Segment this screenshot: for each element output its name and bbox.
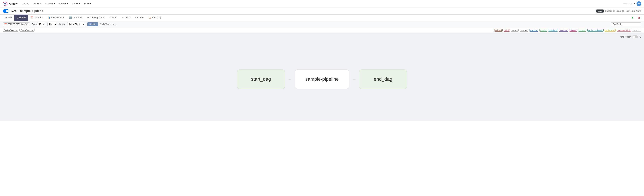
task-tries-icon: 🔄: [69, 16, 72, 19]
tabs-right-actions: ▶ 🗑: [630, 15, 641, 20]
grid-icon: ⊞: [5, 16, 7, 19]
status-no_status[interactable]: no_status: [632, 29, 641, 31]
status-up_for_reschedule[interactable]: up_for_reschedule: [588, 29, 604, 31]
auto-refresh-bar: Auto-refresh ↻: [3, 35, 641, 38]
tab-details[interactable]: ⚠ Details: [119, 14, 133, 21]
runs-select-group: Runs 25: [32, 22, 45, 26]
status-up_for_retry[interactable]: up_for_retry: [604, 29, 616, 31]
dag-controls-right: None Schedule: None i Next Run: None: [596, 9, 641, 12]
status-shutdown[interactable]: shutdown: [559, 29, 568, 31]
nav-right: 13:00 UTC ▾ AA: [622, 1, 641, 6]
tags-row: DockerOperator EmptyOperator deferredfai…: [0, 28, 644, 33]
arrow-1: →: [288, 77, 292, 82]
no-runs-message: No DAG runs yet.: [100, 23, 116, 25]
status-restarting[interactable]: restarting: [529, 29, 538, 31]
code-icon: <>: [136, 16, 138, 19]
status-failed[interactable]: failed: [504, 29, 510, 31]
navbar-brand-text: Airflow: [9, 2, 18, 5]
tab-landing-times[interactable]: ✈ Landing Times: [85, 14, 107, 21]
none-badge[interactable]: None: [596, 9, 604, 12]
tabs-bar: ⊞ Grid ⬡ Graph 📅 Calendar 📊 Task Duratio…: [0, 14, 644, 21]
tab-code[interactable]: <> Code: [133, 14, 146, 21]
tab-graph[interactable]: ⬡ Graph: [14, 14, 28, 21]
schedule-label: Schedule: None i: [605, 10, 624, 12]
chevron-down-icon: ▾: [54, 2, 55, 5]
nav-admin[interactable]: Admin ▾: [70, 2, 82, 5]
node-end-dag[interactable]: end_dag: [359, 70, 407, 89]
runs-label: Runs: [32, 23, 36, 25]
next-run-label: Next Run: None: [626, 10, 642, 12]
navbar: Airflow DAGs Datasets Security ▾ Browse …: [0, 0, 644, 7]
landing-times-icon: ✈: [87, 16, 89, 19]
date-input[interactable]: [8, 23, 28, 25]
tab-grid[interactable]: ⊞ Grid: [3, 14, 14, 21]
tab-gantt[interactable]: ≡ Gantt: [106, 14, 119, 21]
nav-security[interactable]: Security ▾: [44, 2, 57, 5]
tab-task-tries[interactable]: 🔄 Task Tries: [67, 14, 85, 21]
calendar-icon: 📅: [4, 23, 7, 25]
chevron-down-icon: ▾: [79, 2, 80, 5]
status-legend: deferredfailedqueuedremovedrestartingrun…: [494, 29, 641, 31]
tab-calendar[interactable]: 📅 Calendar: [28, 14, 45, 21]
dag-name: sample-pipeline: [20, 9, 43, 13]
status-skipped[interactable]: skipped: [569, 29, 577, 31]
status-queued[interactable]: queued: [511, 29, 518, 31]
status-removed[interactable]: removed: [520, 29, 528, 31]
run-select-group: Run: [48, 22, 57, 26]
run-type-select[interactable]: Run: [48, 22, 57, 26]
dag-header: DAG: sample-pipeline None Schedule: None…: [0, 7, 644, 14]
status-upstream_failed[interactable]: upstream_failed: [617, 29, 631, 31]
delete-dag-button[interactable]: 🗑: [636, 15, 641, 20]
dag-title: DAG: sample-pipeline: [3, 9, 43, 13]
docker-operator-tag[interactable]: DockerOperator: [3, 29, 18, 31]
toolbar: 📅 Runs 25 Run Layout Left > Right Top > …: [0, 21, 644, 28]
avatar[interactable]: AA: [636, 1, 641, 6]
arrow-2: →: [352, 77, 356, 82]
task-duration-icon: 📊: [48, 16, 50, 19]
tab-audit-log[interactable]: 📋 Audit Log: [146, 14, 164, 21]
node-sample-pipeline[interactable]: sample-pipeline: [295, 70, 349, 89]
dag-toggle[interactable]: [3, 9, 9, 13]
status-running[interactable]: running: [539, 29, 547, 31]
calendar-icon: 📅: [30, 16, 33, 19]
update-button[interactable]: Update: [87, 22, 98, 26]
pipeline-flow: start_dag → sample-pipeline → end_dag: [3, 40, 641, 118]
chevron-down-icon: ▾: [634, 2, 635, 5]
airflow-logo[interactable]: Airflow: [3, 1, 18, 6]
nav-browse[interactable]: Browse ▾: [58, 2, 70, 5]
toggle-knob: [633, 36, 635, 38]
nav-datasets[interactable]: Datasets: [31, 2, 43, 5]
dag-prefix: DAG:: [11, 9, 18, 13]
auto-refresh-label: Auto-refresh: [620, 36, 631, 38]
runs-select[interactable]: 25: [37, 22, 45, 26]
operator-tags: DockerOperator EmptyOperator: [3, 29, 34, 31]
toggle-knob: [6, 10, 9, 12]
date-input-group: 📅: [3, 22, 30, 26]
status-success[interactable]: success: [578, 29, 586, 31]
time-display[interactable]: 13:00 UTC ▾: [622, 2, 635, 5]
graph-area: Auto-refresh ↻ start_dag → sample-pipeli…: [0, 33, 644, 121]
gantt-icon: ≡: [109, 16, 110, 19]
audit-log-icon: 📋: [149, 16, 151, 19]
run-dag-button[interactable]: ▶: [630, 15, 635, 20]
auto-refresh-toggle[interactable]: [632, 35, 638, 38]
layout-select[interactable]: Left > Right Top > Bottom: [67, 22, 85, 26]
empty-operator-tag[interactable]: EmptyOperator: [19, 29, 34, 31]
chevron-down-icon: ▾: [90, 2, 91, 5]
node-start-dag[interactable]: start_dag: [237, 70, 285, 89]
find-task-input[interactable]: [611, 22, 641, 26]
nav-links: DAGs Datasets Security ▾ Browse ▾ Admin …: [21, 2, 619, 5]
graph-icon: ⬡: [17, 16, 18, 19]
chevron-down-icon: ▾: [67, 2, 68, 5]
status-deferred[interactable]: deferred: [494, 29, 503, 31]
refresh-icon[interactable]: ↻: [639, 36, 641, 38]
tab-task-duration[interactable]: 📊 Task Duration: [45, 14, 67, 21]
status-scheduled[interactable]: scheduled: [548, 29, 558, 31]
airflow-logo-icon: [3, 1, 8, 6]
nav-dags[interactable]: DAGs: [21, 2, 30, 5]
details-icon: ⚠: [121, 16, 123, 19]
svg-point-3: [5, 3, 6, 3]
info-icon[interactable]: i: [622, 10, 624, 12]
layout-label: Layout: [59, 23, 65, 25]
nav-docs[interactable]: Docs ▾: [82, 2, 93, 5]
